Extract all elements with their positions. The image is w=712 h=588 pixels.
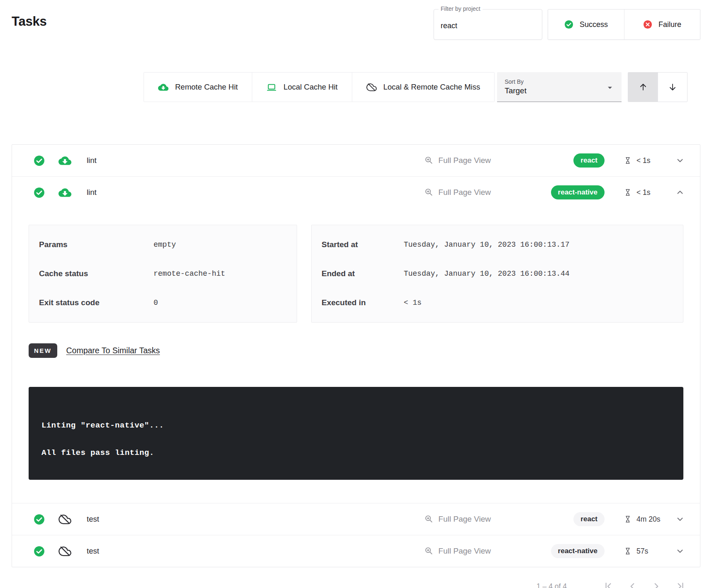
filter-local-cache-hit-label: Local Cache Hit xyxy=(283,83,338,92)
project-filter-input[interactable] xyxy=(434,10,542,39)
hourglass-icon xyxy=(624,188,632,197)
next-page-button[interactable] xyxy=(651,581,662,588)
topbar-right: Filter by project Success Failure xyxy=(434,9,700,40)
new-badge: NEW xyxy=(29,343,57,358)
chevron-down-icon xyxy=(675,514,685,524)
detail-value: Tuesday, January 10, 2023 16:00:13.44 xyxy=(404,270,570,278)
detail-row-executed-in: Executed in < 1s xyxy=(312,288,683,317)
full-page-view-link[interactable]: Full Page View xyxy=(424,156,491,165)
task-details: Params empty Cache status remote-cache-h… xyxy=(12,208,700,503)
zoom-in-icon xyxy=(424,547,434,556)
zoom-in-icon xyxy=(424,156,434,165)
chevron-down-icon xyxy=(675,156,685,165)
failure-filter-label: Failure xyxy=(658,20,681,29)
task-row: lint Full Page View react-native < 1s xyxy=(12,177,700,208)
success-status-icon xyxy=(34,155,45,166)
project-filter-label: Filter by project xyxy=(439,5,483,12)
detail-value: 0 xyxy=(154,299,158,307)
task-duration: 57s xyxy=(624,547,670,556)
arrow-down-icon xyxy=(668,82,678,92)
detail-value: Tuesday, January 10, 2023 16:00:13.17 xyxy=(404,241,570,249)
compare-row: NEW Compare To Similar Tasks xyxy=(29,343,683,358)
task-block-test-react: test Full Page View react 4m 20s xyxy=(12,503,700,535)
first-page-button[interactable] xyxy=(602,581,614,588)
sort-by-label: Sort By xyxy=(505,78,614,85)
detail-label: Executed in xyxy=(322,298,404,307)
detail-label: Cache status xyxy=(39,269,154,278)
sort-by-value: Target xyxy=(505,86,614,95)
full-page-view-label: Full Page View xyxy=(439,188,491,197)
full-page-view-label: Full Page View xyxy=(439,156,491,165)
filter-local-cache-hit-button[interactable]: Local Cache Hit xyxy=(252,73,352,102)
cloud-download-icon xyxy=(158,82,168,92)
filter-remote-cache-hit-button[interactable]: Remote Cache Hit xyxy=(144,73,252,102)
hourglass-icon xyxy=(624,547,632,555)
last-page-button[interactable] xyxy=(675,581,686,588)
zoom-in-icon xyxy=(424,515,434,524)
compare-to-similar-tasks-link[interactable]: Compare To Similar Tasks xyxy=(66,346,160,355)
failure-filter-button[interactable]: Failure xyxy=(624,10,700,39)
task-name: test xyxy=(87,547,99,556)
failure-x-circle-icon xyxy=(643,20,652,29)
task-duration-value: < 1s xyxy=(636,188,651,197)
cache-miss-icon xyxy=(59,545,71,558)
terminal-line: Linting "react-native"... xyxy=(41,421,671,430)
sort-by-select[interactable]: Sort By Target xyxy=(497,72,622,102)
success-filter-label: Success xyxy=(580,20,608,29)
success-status-icon xyxy=(34,514,45,525)
task-name: lint xyxy=(87,156,97,165)
remote-cache-hit-icon xyxy=(59,154,71,167)
full-page-view-label: Full Page View xyxy=(439,547,491,556)
chevron-left-icon xyxy=(627,581,638,588)
terminal-line: All files pass linting. xyxy=(41,448,671,457)
detail-row-cache-status: Cache status remote-cache-hit xyxy=(29,259,297,288)
last-page-icon xyxy=(675,581,686,588)
sort-descending-button[interactable] xyxy=(658,73,687,102)
full-page-view-link[interactable]: Full Page View xyxy=(424,515,491,524)
detail-value: empty xyxy=(154,241,176,249)
cloud-off-icon xyxy=(366,82,377,92)
success-check-circle-icon xyxy=(564,20,573,29)
collapse-row-button[interactable] xyxy=(671,183,689,202)
detail-value: < 1s xyxy=(404,299,422,307)
success-filter-button[interactable]: Success xyxy=(548,10,624,39)
task-list: lint Full Page View react < 1s xyxy=(12,144,700,567)
terminal-output: Linting "react-native"... All files pass… xyxy=(29,387,683,480)
full-page-view-link[interactable]: Full Page View xyxy=(424,547,491,556)
detail-label: Exit status code xyxy=(39,298,154,307)
previous-page-button[interactable] xyxy=(627,581,638,588)
project-badge: react-native xyxy=(551,544,605,558)
task-duration-value: < 1s xyxy=(636,156,651,165)
arrow-up-icon xyxy=(638,82,648,92)
expand-row-button[interactable] xyxy=(671,510,689,528)
project-badge: react-native xyxy=(551,185,605,199)
expand-row-button[interactable] xyxy=(671,542,689,560)
cache-filter-group: Remote Cache Hit Local Cache Hit Local &… xyxy=(144,72,495,102)
full-page-view-label: Full Page View xyxy=(439,515,491,524)
task-duration: 4m 20s xyxy=(624,515,670,524)
tasks-page: Tasks Filter by project Success Failure xyxy=(0,0,712,588)
task-block-lint-react: lint Full Page View react < 1s xyxy=(12,145,700,176)
chevron-down-icon xyxy=(675,546,685,556)
filter-cache-miss-button[interactable]: Local & Remote Cache Miss xyxy=(352,73,494,102)
detail-label: Ended at xyxy=(322,269,404,278)
task-duration-value: 57s xyxy=(636,547,648,556)
success-status-icon xyxy=(34,546,45,557)
first-page-icon xyxy=(603,581,614,588)
sort-ascending-button[interactable] xyxy=(628,73,658,102)
sort-direction-group xyxy=(628,72,688,102)
task-row: test Full Page View react-native 57s xyxy=(12,535,700,567)
filter-cache-miss-label: Local & Remote Cache Miss xyxy=(383,83,480,92)
full-page-view-link[interactable]: Full Page View xyxy=(424,188,491,197)
task-block-lint-react-native: lint Full Page View react-native < 1s xyxy=(12,176,700,503)
task-name: lint xyxy=(87,188,97,197)
detail-label: Params xyxy=(39,240,154,249)
project-badge: react xyxy=(573,153,605,168)
caret-down-icon xyxy=(605,83,615,92)
detail-label: Started at xyxy=(322,240,404,249)
task-duration: < 1s xyxy=(624,188,670,197)
expand-row-button[interactable] xyxy=(671,151,689,170)
project-filter-field: Filter by project xyxy=(434,9,542,40)
task-duration: < 1s xyxy=(624,156,670,165)
detail-row-ended-at: Ended at Tuesday, January 10, 2023 16:00… xyxy=(312,259,683,288)
